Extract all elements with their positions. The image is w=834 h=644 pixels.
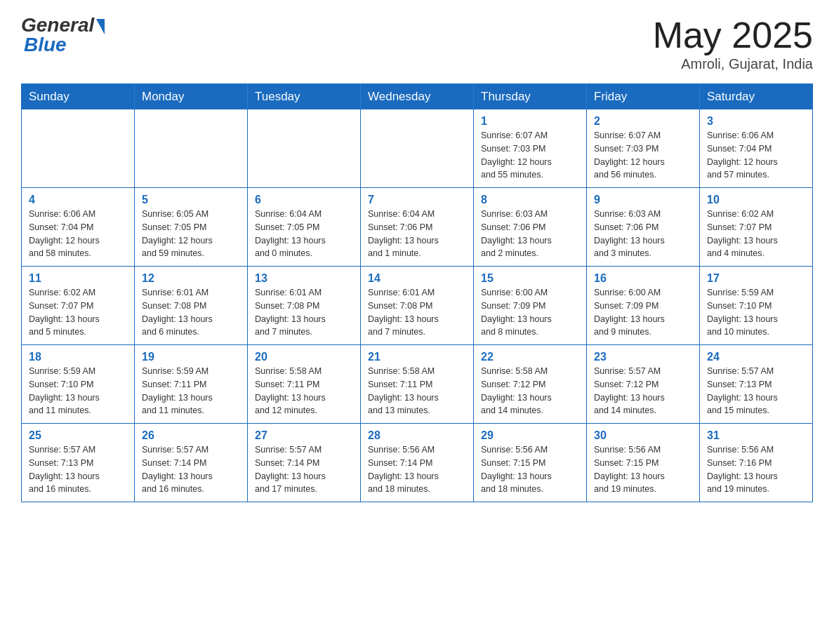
day-info: Sunrise: 6:01 AM Sunset: 7:08 PM Dayligh… <box>142 286 240 339</box>
day-number: 28 <box>368 429 466 442</box>
day-info: Sunrise: 6:07 AM Sunset: 7:03 PM Dayligh… <box>594 129 692 182</box>
day-of-week-header: Friday <box>587 84 700 110</box>
calendar-cell: 3Sunrise: 6:06 AM Sunset: 7:04 PM Daylig… <box>700 109 813 188</box>
day-number: 16 <box>594 272 692 285</box>
day-info: Sunrise: 6:04 AM Sunset: 7:05 PM Dayligh… <box>255 208 353 260</box>
day-info: Sunrise: 6:00 AM Sunset: 7:09 PM Dayligh… <box>481 286 579 339</box>
day-number: 11 <box>29 272 127 285</box>
calendar-cell <box>22 109 135 188</box>
day-of-week-header: Saturday <box>700 84 813 110</box>
day-info: Sunrise: 5:57 AM Sunset: 7:13 PM Dayligh… <box>29 443 127 496</box>
calendar-week-row: 11Sunrise: 6:02 AM Sunset: 7:07 PM Dayli… <box>22 267 813 345</box>
calendar-cell: 25Sunrise: 5:57 AM Sunset: 7:13 PM Dayli… <box>22 424 135 502</box>
calendar-header-row: SundayMondayTuesdayWednesdayThursdayFrid… <box>22 84 813 110</box>
calendar-week-row: 25Sunrise: 5:57 AM Sunset: 7:13 PM Dayli… <box>22 424 813 502</box>
day-number: 23 <box>594 351 692 363</box>
page-header: General Blue May 2025 Amroli, Gujarat, I… <box>21 14 813 72</box>
logo-triangle-icon <box>96 19 105 34</box>
day-number: 6 <box>255 194 353 206</box>
day-info: Sunrise: 5:58 AM Sunset: 7:12 PM Dayligh… <box>481 365 579 417</box>
day-info: Sunrise: 6:06 AM Sunset: 7:04 PM Dayligh… <box>707 129 805 182</box>
calendar-cell: 13Sunrise: 6:01 AM Sunset: 7:08 PM Dayli… <box>248 267 361 345</box>
calendar-cell: 21Sunrise: 5:58 AM Sunset: 7:11 PM Dayli… <box>361 345 474 424</box>
day-of-week-header: Tuesday <box>248 84 361 110</box>
day-info: Sunrise: 6:06 AM Sunset: 7:04 PM Dayligh… <box>29 208 127 260</box>
calendar-cell: 12Sunrise: 6:01 AM Sunset: 7:08 PM Dayli… <box>135 267 248 345</box>
calendar-cell: 17Sunrise: 5:59 AM Sunset: 7:10 PM Dayli… <box>700 267 813 345</box>
day-info: Sunrise: 5:57 AM Sunset: 7:14 PM Dayligh… <box>142 443 240 496</box>
day-info: Sunrise: 6:07 AM Sunset: 7:03 PM Dayligh… <box>481 129 579 182</box>
calendar-cell: 23Sunrise: 5:57 AM Sunset: 7:12 PM Dayli… <box>587 345 700 424</box>
calendar-cell: 18Sunrise: 5:59 AM Sunset: 7:10 PM Dayli… <box>22 345 135 424</box>
day-number: 13 <box>255 272 353 285</box>
day-number: 14 <box>368 272 466 285</box>
day-number: 3 <box>707 115 805 128</box>
day-number: 22 <box>481 351 579 363</box>
title-section: May 2025 Amroli, Gujarat, India <box>653 14 813 72</box>
day-number: 15 <box>481 272 579 285</box>
day-info: Sunrise: 6:01 AM Sunset: 7:08 PM Dayligh… <box>255 286 353 339</box>
logo: General Blue <box>21 14 105 56</box>
day-of-week-header: Wednesday <box>361 84 474 110</box>
calendar-cell: 11Sunrise: 6:02 AM Sunset: 7:07 PM Dayli… <box>22 267 135 345</box>
day-number: 4 <box>29 194 127 206</box>
day-number: 27 <box>255 429 353 442</box>
calendar-cell: 15Sunrise: 6:00 AM Sunset: 7:09 PM Dayli… <box>474 267 587 345</box>
day-info: Sunrise: 6:05 AM Sunset: 7:05 PM Dayligh… <box>142 208 240 260</box>
calendar-cell: 20Sunrise: 5:58 AM Sunset: 7:11 PM Dayli… <box>248 345 361 424</box>
calendar-cell: 6Sunrise: 6:04 AM Sunset: 7:05 PM Daylig… <box>248 188 361 267</box>
day-number: 18 <box>29 351 127 363</box>
day-number: 31 <box>707 429 805 442</box>
day-number: 8 <box>481 194 579 206</box>
day-info: Sunrise: 6:02 AM Sunset: 7:07 PM Dayligh… <box>707 208 805 260</box>
day-info: Sunrise: 5:56 AM Sunset: 7:15 PM Dayligh… <box>594 443 692 496</box>
day-of-week-header: Sunday <box>22 84 135 110</box>
calendar-cell: 19Sunrise: 5:59 AM Sunset: 7:11 PM Dayli… <box>135 345 248 424</box>
day-info: Sunrise: 5:56 AM Sunset: 7:15 PM Dayligh… <box>481 443 579 496</box>
day-info: Sunrise: 6:02 AM Sunset: 7:07 PM Dayligh… <box>29 286 127 339</box>
day-info: Sunrise: 5:57 AM Sunset: 7:13 PM Dayligh… <box>707 365 805 417</box>
month-year-title: May 2025 <box>653 14 813 56</box>
day-number: 1 <box>481 115 579 128</box>
calendar-cell: 29Sunrise: 5:56 AM Sunset: 7:15 PM Dayli… <box>474 424 587 502</box>
calendar-cell <box>248 109 361 188</box>
calendar-cell: 5Sunrise: 6:05 AM Sunset: 7:05 PM Daylig… <box>135 188 248 267</box>
calendar-cell: 10Sunrise: 6:02 AM Sunset: 7:07 PM Dayli… <box>700 188 813 267</box>
calendar-cell <box>361 109 474 188</box>
day-info: Sunrise: 5:58 AM Sunset: 7:11 PM Dayligh… <box>368 365 466 417</box>
day-info: Sunrise: 5:56 AM Sunset: 7:14 PM Dayligh… <box>368 443 466 496</box>
calendar-table: SundayMondayTuesdayWednesdayThursdayFrid… <box>21 83 813 502</box>
calendar-cell: 26Sunrise: 5:57 AM Sunset: 7:14 PM Dayli… <box>135 424 248 502</box>
calendar-cell <box>135 109 248 188</box>
calendar-cell: 30Sunrise: 5:56 AM Sunset: 7:15 PM Dayli… <box>587 424 700 502</box>
calendar-week-row: 18Sunrise: 5:59 AM Sunset: 7:10 PM Dayli… <box>22 345 813 424</box>
day-of-week-header: Thursday <box>474 84 587 110</box>
calendar-cell: 24Sunrise: 5:57 AM Sunset: 7:13 PM Dayli… <box>700 345 813 424</box>
day-number: 20 <box>255 351 353 363</box>
calendar-week-row: 4Sunrise: 6:06 AM Sunset: 7:04 PM Daylig… <box>22 188 813 267</box>
day-info: Sunrise: 5:58 AM Sunset: 7:11 PM Dayligh… <box>255 365 353 417</box>
calendar-cell: 8Sunrise: 6:03 AM Sunset: 7:06 PM Daylig… <box>474 188 587 267</box>
day-number: 9 <box>594 194 692 206</box>
calendar-cell: 14Sunrise: 6:01 AM Sunset: 7:08 PM Dayli… <box>361 267 474 345</box>
day-number: 29 <box>481 429 579 442</box>
day-info: Sunrise: 5:57 AM Sunset: 7:14 PM Dayligh… <box>255 443 353 496</box>
day-number: 30 <box>594 429 692 442</box>
day-number: 10 <box>707 194 805 206</box>
day-info: Sunrise: 6:03 AM Sunset: 7:06 PM Dayligh… <box>481 208 579 260</box>
calendar-cell: 2Sunrise: 6:07 AM Sunset: 7:03 PM Daylig… <box>587 109 700 188</box>
calendar-cell: 7Sunrise: 6:04 AM Sunset: 7:06 PM Daylig… <box>361 188 474 267</box>
day-number: 19 <box>142 351 240 363</box>
day-info: Sunrise: 5:56 AM Sunset: 7:16 PM Dayligh… <box>707 443 805 496</box>
location-title: Amroli, Gujarat, India <box>653 56 813 72</box>
day-info: Sunrise: 6:04 AM Sunset: 7:06 PM Dayligh… <box>368 208 466 260</box>
logo-blue-text: Blue <box>21 34 67 56</box>
calendar-week-row: 1Sunrise: 6:07 AM Sunset: 7:03 PM Daylig… <box>22 109 813 188</box>
day-number: 25 <box>29 429 127 442</box>
calendar-cell: 31Sunrise: 5:56 AM Sunset: 7:16 PM Dayli… <box>700 424 813 502</box>
calendar-cell: 1Sunrise: 6:07 AM Sunset: 7:03 PM Daylig… <box>474 109 587 188</box>
day-info: Sunrise: 5:59 AM Sunset: 7:10 PM Dayligh… <box>29 365 127 417</box>
day-info: Sunrise: 6:03 AM Sunset: 7:06 PM Dayligh… <box>594 208 692 260</box>
calendar-cell: 4Sunrise: 6:06 AM Sunset: 7:04 PM Daylig… <box>22 188 135 267</box>
day-number: 2 <box>594 115 692 128</box>
